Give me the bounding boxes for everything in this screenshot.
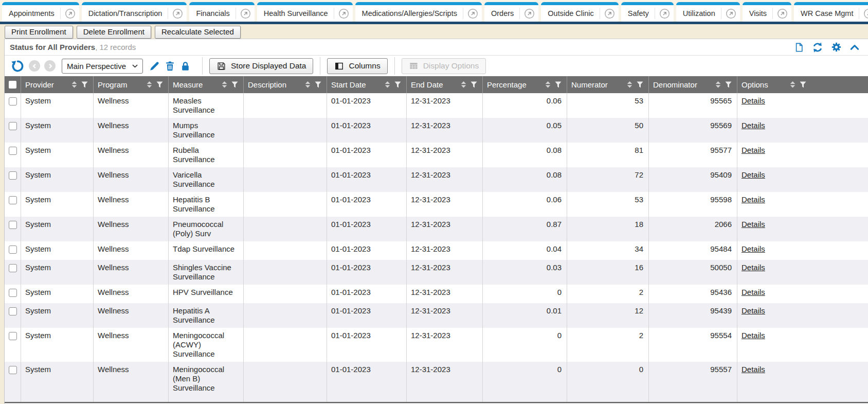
details-link[interactable]: Details <box>742 195 765 204</box>
column-header[interactable]: Program <box>94 76 169 93</box>
popout-icon[interactable] <box>172 8 183 19</box>
popout-icon[interactable] <box>777 8 788 19</box>
filter-icon[interactable] <box>471 81 477 88</box>
table-row[interactable]: System Wellness Rubella Surveillance 01-… <box>5 143 868 167</box>
row-checkbox[interactable] <box>9 289 17 297</box>
module-tab[interactable]: Financials <box>189 2 254 22</box>
column-header[interactable]: Percentage <box>483 76 567 93</box>
sort-icon[interactable] <box>385 81 390 88</box>
select-all-checkbox[interactable] <box>9 81 16 89</box>
module-tab[interactable]: WR Case Mgmt <box>794 2 868 22</box>
popout-icon[interactable] <box>467 8 478 19</box>
table-row[interactable]: System Wellness Hepatitis A Surveillance… <box>5 303 868 328</box>
filter-icon[interactable] <box>231 81 238 88</box>
column-header[interactable]: Options <box>737 76 868 93</box>
row-checkbox[interactable] <box>9 221 17 229</box>
table-row[interactable]: System Wellness Meningococcal (ACWY) Sur… <box>5 328 868 362</box>
sort-icon[interactable] <box>790 81 795 88</box>
table-row[interactable]: System Wellness Measles Surveillance 01-… <box>5 93 868 118</box>
details-link[interactable]: Details <box>742 146 765 154</box>
table-row[interactable]: System Wellness Mumps Surveillance 01-01… <box>5 118 868 143</box>
sort-icon[interactable] <box>305 81 311 88</box>
module-tab[interactable]: Orders <box>484 2 538 22</box>
row-checkbox[interactable] <box>9 97 17 106</box>
module-tab[interactable]: Medications/Allergies/Scripts <box>355 2 482 22</box>
popout-icon[interactable] <box>338 8 349 19</box>
store-displayed-data-button[interactable]: Store Displayed Data <box>209 58 313 74</box>
sort-icon[interactable] <box>71 81 77 88</box>
filter-icon[interactable] <box>394 81 401 88</box>
sort-icon[interactable] <box>147 81 152 88</box>
details-link[interactable]: Details <box>742 365 765 374</box>
popout-icon[interactable] <box>726 8 736 19</box>
row-checkbox[interactable] <box>9 171 17 180</box>
column-header[interactable]: Start Date <box>327 76 407 93</box>
popout-icon[interactable] <box>863 8 868 19</box>
row-checkbox[interactable] <box>9 332 17 340</box>
sort-icon[interactable] <box>545 81 551 88</box>
details-link[interactable]: Details <box>742 288 765 296</box>
details-link[interactable]: Details <box>742 331 765 340</box>
column-header[interactable]: Measure <box>169 76 244 93</box>
column-header[interactable]: Denominator <box>649 76 737 93</box>
module-tab[interactable]: Visits <box>743 2 791 22</box>
edit-perspective-icon[interactable] <box>149 61 160 72</box>
row-checkbox[interactable] <box>9 122 17 130</box>
filter-icon[interactable] <box>156 81 163 88</box>
filter-icon[interactable] <box>81 81 88 88</box>
column-header[interactable]: End Date <box>407 76 483 93</box>
lock-icon[interactable] <box>180 61 191 72</box>
module-tab[interactable]: Dictation/Transcription <box>82 2 187 22</box>
row-checkbox[interactable] <box>9 307 17 315</box>
delete-perspective-icon[interactable] <box>165 61 175 72</box>
sort-icon[interactable] <box>715 81 721 88</box>
table-row[interactable]: System Wellness Tdap Surveillance 01-01-… <box>5 241 868 260</box>
table-row[interactable]: System Wellness Pneumococcal (Poly) Surv… <box>5 217 868 241</box>
filter-icon[interactable] <box>315 81 321 88</box>
popout-icon[interactable] <box>65 8 76 19</box>
columns-button[interactable]: Columns <box>327 58 387 74</box>
popout-icon[interactable] <box>524 8 535 19</box>
filter-icon[interactable] <box>725 81 732 88</box>
filter-icon[interactable] <box>800 81 806 88</box>
module-tab[interactable]: Outside Clinic <box>541 2 618 22</box>
table-row[interactable]: System Wellness Varicella Surveillance 0… <box>5 167 868 192</box>
enrollment-action-button[interactable]: Delete Enrollment <box>77 26 151 39</box>
module-tab[interactable]: Health Surveillance <box>257 2 353 22</box>
table-row[interactable]: System Wellness Shingles Vaccine Surveil… <box>5 260 868 285</box>
details-link[interactable]: Details <box>742 121 765 130</box>
row-checkbox[interactable] <box>9 366 17 374</box>
details-link[interactable]: Details <box>742 170 765 179</box>
details-link[interactable]: Details <box>742 263 765 272</box>
row-checkbox[interactable] <box>9 264 17 272</box>
forward-icon[interactable] <box>44 60 56 72</box>
details-link[interactable]: Details <box>742 306 765 315</box>
column-header[interactable]: Provider <box>21 76 94 93</box>
module-tab[interactable]: Safety <box>621 2 674 22</box>
refresh-icon[interactable] <box>812 42 823 53</box>
details-link[interactable]: Details <box>742 96 765 105</box>
column-header[interactable]: Description <box>244 76 327 93</box>
enrollment-action-button[interactable]: Print Enrollment <box>5 26 73 39</box>
sort-icon[interactable] <box>627 81 632 88</box>
sort-icon[interactable] <box>222 81 227 88</box>
row-checkbox[interactable] <box>9 147 17 155</box>
column-header[interactable]: Numerator <box>567 76 649 93</box>
undo-icon[interactable] <box>11 60 24 73</box>
module-tab[interactable]: Utilization <box>676 2 740 22</box>
details-link[interactable]: Details <box>742 244 765 253</box>
table-row[interactable]: System Wellness Meningococcal (Men B) Su… <box>5 362 868 402</box>
table-row[interactable]: System Wellness Hepatitis B Surveillance… <box>5 192 868 217</box>
filter-icon[interactable] <box>637 81 643 88</box>
table-row[interactable]: System Wellness HPV Surveillance 01-01-2… <box>5 285 868 303</box>
popout-icon[interactable] <box>659 8 670 19</box>
sort-icon[interactable] <box>461 81 466 88</box>
row-checkbox[interactable] <box>9 196 17 204</box>
enrollment-action-button[interactable]: Recalculate Selected <box>155 26 241 39</box>
perspective-select[interactable]: Main Perspective <box>62 59 143 74</box>
back-icon[interactable] <box>29 60 40 72</box>
collapse-panel-icon[interactable] <box>849 42 860 52</box>
new-document-icon[interactable] <box>794 42 804 52</box>
gear-icon[interactable] <box>831 42 842 52</box>
popout-icon[interactable] <box>240 8 251 19</box>
